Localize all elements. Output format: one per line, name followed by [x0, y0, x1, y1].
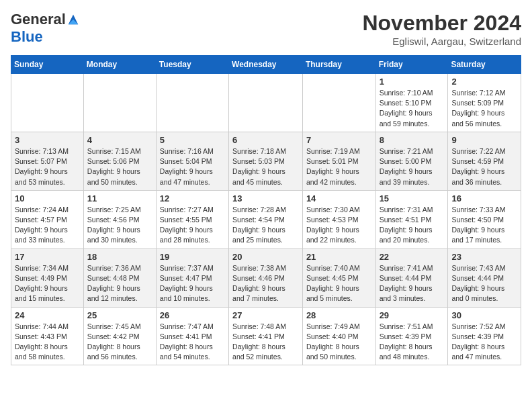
calendar-cell: 17Sunrise: 7:34 AM Sunset: 4:49 PM Dayli… — [11, 248, 84, 307]
day-number: 11 — [87, 193, 152, 203]
calendar-cell: 20Sunrise: 7:38 AM Sunset: 4:46 PM Dayli… — [229, 248, 303, 307]
title-section: November 2024 Egliswil, Aargau, Switzerl… — [362, 11, 521, 47]
day-info: Sunrise: 7:41 AM Sunset: 4:44 PM Dayligh… — [380, 263, 445, 304]
day-info: Sunrise: 7:30 AM Sunset: 4:53 PM Dayligh… — [306, 205, 372, 246]
calendar-cell: 28Sunrise: 7:49 AM Sunset: 4:40 PM Dayli… — [302, 307, 375, 365]
calendar-cell: 7Sunrise: 7:19 AM Sunset: 5:01 PM Daylig… — [302, 132, 375, 190]
calendar-cell: 13Sunrise: 7:28 AM Sunset: 4:54 PM Dayli… — [229, 190, 303, 248]
calendar-cell: 27Sunrise: 7:48 AM Sunset: 4:41 PM Dayli… — [229, 307, 303, 365]
day-info: Sunrise: 7:22 AM Sunset: 4:59 PM Dayligh… — [451, 146, 517, 187]
weekday-header-friday: Friday — [375, 56, 448, 74]
day-number: 28 — [306, 310, 372, 320]
calendar-cell: 8Sunrise: 7:21 AM Sunset: 5:00 PM Daylig… — [375, 132, 448, 190]
day-number: 19 — [160, 252, 225, 262]
day-info: Sunrise: 7:31 AM Sunset: 4:51 PM Dayligh… — [380, 205, 445, 246]
day-number: 16 — [451, 193, 517, 203]
day-info: Sunrise: 7:51 AM Sunset: 4:39 PM Dayligh… — [380, 322, 445, 363]
day-info: Sunrise: 7:52 AM Sunset: 4:39 PM Dayligh… — [451, 322, 517, 363]
day-number: 9 — [451, 135, 517, 145]
day-number: 7 — [306, 135, 372, 145]
day-info: Sunrise: 7:27 AM Sunset: 4:55 PM Dayligh… — [160, 205, 225, 246]
day-number: 1 — [380, 77, 445, 87]
day-info: Sunrise: 7:36 AM Sunset: 4:48 PM Dayligh… — [87, 263, 152, 304]
logo-blue-text: Blue — [11, 28, 43, 45]
day-number: 3 — [15, 135, 80, 145]
calendar-cell: 5Sunrise: 7:16 AM Sunset: 5:04 PM Daylig… — [156, 132, 228, 190]
calendar-cell — [83, 74, 156, 132]
day-number: 8 — [380, 135, 445, 145]
day-info: Sunrise: 7:12 AM Sunset: 5:09 PM Dayligh… — [451, 88, 517, 129]
calendar-cell: 6Sunrise: 7:18 AM Sunset: 5:03 PM Daylig… — [229, 132, 303, 190]
day-number: 18 — [87, 252, 152, 262]
day-info: Sunrise: 7:47 AM Sunset: 4:41 PM Dayligh… — [160, 322, 225, 363]
calendar-week-row: 17Sunrise: 7:34 AM Sunset: 4:49 PM Dayli… — [11, 248, 521, 307]
day-info: Sunrise: 7:16 AM Sunset: 5:04 PM Dayligh… — [160, 146, 225, 187]
day-number: 10 — [15, 193, 80, 203]
calendar-cell: 23Sunrise: 7:43 AM Sunset: 4:44 PM Dayli… — [448, 248, 521, 307]
day-number: 5 — [160, 135, 225, 145]
weekday-header-thursday: Thursday — [302, 56, 375, 74]
day-info: Sunrise: 7:19 AM Sunset: 5:01 PM Dayligh… — [306, 146, 372, 187]
calendar-week-row: 10Sunrise: 7:24 AM Sunset: 4:57 PM Dayli… — [11, 190, 521, 248]
calendar-cell — [302, 74, 375, 132]
calendar-cell: 11Sunrise: 7:25 AM Sunset: 4:56 PM Dayli… — [83, 190, 156, 248]
logo-general-text: General — [11, 11, 66, 28]
calendar-cell: 9Sunrise: 7:22 AM Sunset: 4:59 PM Daylig… — [448, 132, 521, 190]
day-info: Sunrise: 7:33 AM Sunset: 4:50 PM Dayligh… — [451, 205, 517, 246]
day-number: 14 — [306, 193, 372, 203]
day-number: 17 — [15, 252, 80, 262]
day-info: Sunrise: 7:34 AM Sunset: 4:49 PM Dayligh… — [15, 263, 80, 304]
calendar-week-row: 1Sunrise: 7:10 AM Sunset: 5:10 PM Daylig… — [11, 74, 521, 132]
day-info: Sunrise: 7:24 AM Sunset: 4:57 PM Dayligh… — [15, 205, 80, 246]
day-number: 12 — [160, 193, 225, 203]
calendar-week-row: 24Sunrise: 7:44 AM Sunset: 4:43 PM Dayli… — [11, 307, 521, 365]
day-number: 26 — [160, 310, 225, 320]
header: General Blue November 2024 Egliswil, Aar… — [11, 11, 521, 47]
calendar-cell: 14Sunrise: 7:30 AM Sunset: 4:53 PM Dayli… — [302, 190, 375, 248]
day-number: 25 — [87, 310, 152, 320]
day-info: Sunrise: 7:21 AM Sunset: 5:00 PM Dayligh… — [380, 146, 445, 187]
calendar-cell: 30Sunrise: 7:52 AM Sunset: 4:39 PM Dayli… — [448, 307, 521, 365]
day-info: Sunrise: 7:44 AM Sunset: 4:43 PM Dayligh… — [15, 322, 80, 363]
calendar-cell: 4Sunrise: 7:15 AM Sunset: 5:06 PM Daylig… — [83, 132, 156, 190]
weekday-header-monday: Monday — [83, 56, 156, 74]
calendar-cell — [229, 74, 303, 132]
day-info: Sunrise: 7:43 AM Sunset: 4:44 PM Dayligh… — [451, 263, 517, 304]
day-number: 29 — [380, 310, 445, 320]
location-title: Egliswil, Aargau, Switzerland — [362, 36, 521, 47]
day-info: Sunrise: 7:48 AM Sunset: 4:41 PM Dayligh… — [232, 322, 299, 363]
calendar-cell: 21Sunrise: 7:40 AM Sunset: 4:45 PM Dayli… — [302, 248, 375, 307]
calendar-cell: 1Sunrise: 7:10 AM Sunset: 5:10 PM Daylig… — [375, 74, 448, 132]
calendar-cell: 10Sunrise: 7:24 AM Sunset: 4:57 PM Dayli… — [11, 190, 84, 248]
day-info: Sunrise: 7:49 AM Sunset: 4:40 PM Dayligh… — [306, 322, 372, 363]
calendar-cell — [156, 74, 228, 132]
day-info: Sunrise: 7:18 AM Sunset: 5:03 PM Dayligh… — [232, 146, 299, 187]
day-number: 2 — [451, 77, 517, 87]
month-title: November 2024 — [362, 11, 521, 36]
calendar-cell: 15Sunrise: 7:31 AM Sunset: 4:51 PM Dayli… — [375, 190, 448, 248]
day-info: Sunrise: 7:28 AM Sunset: 4:54 PM Dayligh… — [232, 205, 299, 246]
day-info: Sunrise: 7:10 AM Sunset: 5:10 PM Dayligh… — [380, 88, 445, 129]
weekday-header-tuesday: Tuesday — [156, 56, 228, 74]
calendar-cell: 2Sunrise: 7:12 AM Sunset: 5:09 PM Daylig… — [448, 74, 521, 132]
calendar-cell: 29Sunrise: 7:51 AM Sunset: 4:39 PM Dayli… — [375, 307, 448, 365]
calendar-cell — [11, 74, 84, 132]
day-number: 24 — [15, 310, 80, 320]
day-number: 20 — [232, 252, 299, 262]
day-number: 21 — [306, 252, 372, 262]
calendar-cell: 26Sunrise: 7:47 AM Sunset: 4:41 PM Dayli… — [156, 307, 228, 365]
day-number: 30 — [451, 310, 517, 320]
calendar-cell: 24Sunrise: 7:44 AM Sunset: 4:43 PM Dayli… — [11, 307, 84, 365]
calendar-cell: 12Sunrise: 7:27 AM Sunset: 4:55 PM Dayli… — [156, 190, 228, 248]
day-info: Sunrise: 7:37 AM Sunset: 4:47 PM Dayligh… — [160, 263, 225, 304]
calendar-cell: 25Sunrise: 7:45 AM Sunset: 4:42 PM Dayli… — [83, 307, 156, 365]
weekday-header-saturday: Saturday — [448, 56, 521, 74]
logo-icon — [67, 13, 79, 26]
calendar-cell: 18Sunrise: 7:36 AM Sunset: 4:48 PM Dayli… — [83, 248, 156, 307]
calendar-cell: 3Sunrise: 7:13 AM Sunset: 5:07 PM Daylig… — [11, 132, 84, 190]
day-number: 13 — [232, 193, 299, 203]
day-info: Sunrise: 7:25 AM Sunset: 4:56 PM Dayligh… — [87, 205, 152, 246]
weekday-header-wednesday: Wednesday — [229, 56, 303, 74]
weekday-header-sunday: Sunday — [11, 56, 84, 74]
day-number: 27 — [232, 310, 299, 320]
